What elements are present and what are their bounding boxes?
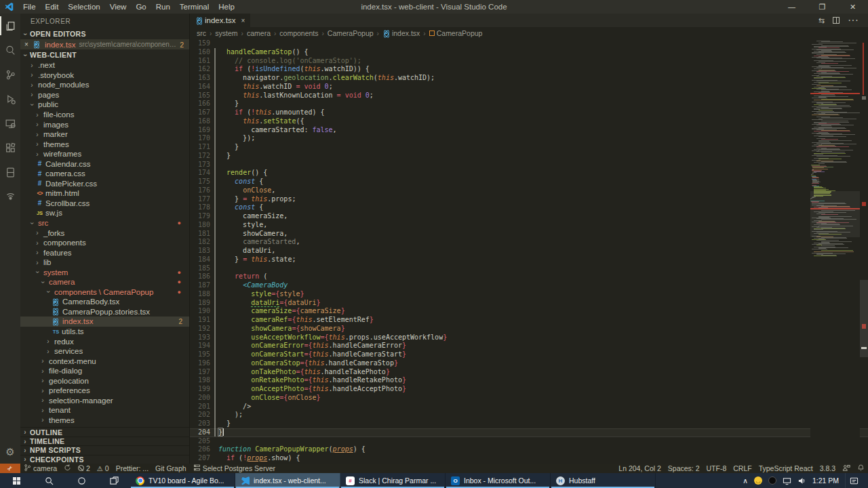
line-number[interactable]: 188 [190, 290, 210, 299]
status-crlf[interactable]: CRLF [730, 464, 755, 473]
tree-item-features[interactable]: ›features [20, 247, 189, 258]
tree-item-scrollbar-css[interactable]: #Scrollbar.css [20, 199, 189, 209]
taskbar-app-vscode[interactable]: index.tsx - web-client... [235, 473, 340, 488]
line-number[interactable]: 171 [190, 143, 210, 152]
line-number[interactable]: 198 [190, 376, 210, 385]
tree-item-camera-css[interactable]: #camera.css [20, 169, 189, 179]
code-line-172[interactable]: 172 } [190, 152, 868, 161]
line-number[interactable]: 169 [190, 126, 210, 135]
code-line-176[interactable]: 176 onClose, [190, 186, 868, 195]
settings-gear-icon[interactable]: ⚙ [5, 446, 14, 458]
code-line-197[interactable]: 197 onTakePhoto={this.handleTakePhoto} [190, 368, 868, 377]
code-line-200[interactable]: 200 onClose={onClose} [190, 394, 868, 403]
code-line-175[interactable]: 175 const { [190, 178, 868, 186]
tree-item-index-tsx[interactable]: index.tsx2 [20, 317, 189, 327]
taskbar-app-chrome[interactable]: TV10 board - Agile Bo... [130, 473, 235, 488]
line-number[interactable]: 170 [190, 134, 210, 143]
code-line-177[interactable]: 177 } = this.props; [190, 195, 868, 204]
status-3-8-3[interactable]: 3.8.3 [816, 464, 839, 473]
line-number[interactable]: 193 [190, 333, 210, 342]
code-line-190[interactable]: 190 cameraSize={cameraSize} [190, 307, 868, 316]
code-line-162[interactable]: 162 if (!isUndefined(this.watchID)) { [190, 65, 868, 74]
tree-item-preferences[interactable]: ›preferences [20, 386, 189, 396]
open-changes-icon[interactable]: ⇆ [818, 16, 825, 25]
code-line-208[interactable]: 208 return null; [190, 463, 868, 464]
tray-smiley-icon[interactable]: ◡ [754, 476, 762, 485]
remote-indicator[interactable]: ✂ [0, 464, 20, 473]
code-line-194[interactable]: 194 onCameraError={this.handleCameraErro… [190, 342, 868, 350]
tray-app-icon[interactable] [768, 476, 776, 485]
breadcrumb-item[interactable]: CameraPopup [429, 29, 483, 37]
tree-item-themes[interactable]: ›themes [20, 415, 189, 426]
line-number[interactable]: 203 [190, 420, 210, 428]
breadcrumb-item[interactable]: system [215, 29, 237, 37]
tree-item-src[interactable]: ›src● [20, 218, 189, 228]
line-number[interactable]: 182 [190, 238, 210, 247]
tray-expand-icon[interactable]: ∧ [743, 476, 748, 485]
tree-item-utils-ts[interactable]: TSutils.ts [20, 327, 189, 337]
cortana-icon[interactable] [65, 473, 98, 488]
code-line-199[interactable]: 199 onAcceptPhoto={this.handleAcceptPhot… [190, 385, 868, 394]
tree-item-geolocation[interactable]: ›geolocation [20, 376, 189, 386]
menu-view[interactable]: View [105, 0, 132, 14]
line-number[interactable]: 175 [190, 178, 210, 186]
tree-item-public[interactable]: ›public [20, 100, 189, 110]
code-line-169[interactable]: 169 cameraStarted: false, [190, 126, 868, 135]
code-line-166[interactable]: 166 } [190, 100, 868, 108]
taskbar-search-icon[interactable] [33, 473, 65, 488]
minimap[interactable] [810, 39, 860, 464]
line-number[interactable]: 178 [190, 203, 210, 212]
network-icon[interactable] [783, 476, 791, 485]
code-line-195[interactable]: 195 onCameraStart={this.handleCameraStar… [190, 350, 868, 359]
split-editor-icon[interactable] [833, 17, 840, 24]
code-line-196[interactable]: 196 onCameraStop={this.handleCameraStop} [190, 359, 868, 368]
status-typescript-react[interactable]: TypeScript React [755, 464, 816, 473]
menu-run[interactable]: Run [151, 0, 175, 14]
tree-item-camerapopup-stories-tsx[interactable]: CameraPopup.stories.tsx [20, 307, 189, 317]
start-button[interactable] [0, 473, 33, 488]
tree-item-tenant[interactable]: ›tenant [20, 405, 189, 415]
line-number[interactable]: 191 [190, 316, 210, 325]
tree-item--next[interactable]: ›.next [20, 60, 189, 70]
code-line-189[interactable]: 189 dataUri={dataUri} [190, 299, 868, 308]
line-number[interactable]: 189 [190, 299, 210, 308]
code-line-178[interactable]: 178 const { [190, 203, 868, 212]
code-line-159[interactable]: 159 [190, 39, 868, 48]
line-number[interactable]: 183 [190, 247, 210, 256]
code-line-201[interactable]: 201 /> [190, 403, 868, 411]
minimap-slider[interactable] [810, 191, 860, 237]
tree-item-datepicker-css[interactable]: #DatePicker.css [20, 179, 189, 189]
line-number[interactable]: 202 [190, 411, 210, 420]
activitybar-run-debug-icon[interactable] [0, 87, 20, 111]
section-npm-scripts[interactable]: ›NPM SCRIPTS [20, 445, 189, 454]
line-number[interactable]: 160 [190, 48, 210, 57]
code-line-207[interactable]: 207 if (!props.show) { [190, 454, 868, 463]
code-line-171[interactable]: 171 } [190, 143, 868, 152]
breadcrumb-item[interactable]: src [197, 29, 206, 37]
activitybar-notebook-icon[interactable] [0, 160, 20, 184]
close-button[interactable]: ✕ [837, 0, 868, 14]
line-number[interactable]: 177 [190, 195, 210, 204]
line-number[interactable]: 184 [190, 256, 210, 264]
status-spaces-2[interactable]: Spaces: 2 [665, 464, 703, 473]
status-camera[interactable]: camera [20, 464, 60, 473]
menu-selection[interactable]: Selection [63, 0, 104, 14]
menu-help[interactable]: Help [214, 0, 239, 14]
section-checkpoints[interactable]: ›CHECKPOINTS [20, 455, 189, 464]
tree-item-file-dialog[interactable]: ›file-dialog [20, 366, 189, 376]
line-number[interactable]: 205 [190, 437, 210, 446]
section-outline[interactable]: ›OUTLINE [20, 427, 189, 436]
menu-file[interactable]: File [18, 0, 41, 14]
more-actions-icon[interactable]: ··· [848, 14, 859, 26]
tab-close-icon[interactable]: × [241, 17, 245, 24]
activitybar-explorer-icon[interactable] [0, 14, 20, 38]
code-line-180[interactable]: 180 style, [190, 221, 868, 230]
code-line-205[interactable]: 205 [190, 437, 868, 446]
open-editor-item[interactable]: ×index.tsxsrc\system\camera\components\C… [20, 39, 189, 49]
line-number[interactable]: 159 [190, 39, 210, 48]
menu-go[interactable]: Go [131, 0, 151, 14]
taskbar-app-slack[interactable]: #Slack | Chirag Parmar ... [340, 473, 446, 488]
status-feedback[interactable] [839, 464, 854, 473]
breadcrumb-item[interactable]: components [279, 29, 318, 37]
tree-item-wireframes[interactable]: ›wireframes [20, 149, 189, 159]
